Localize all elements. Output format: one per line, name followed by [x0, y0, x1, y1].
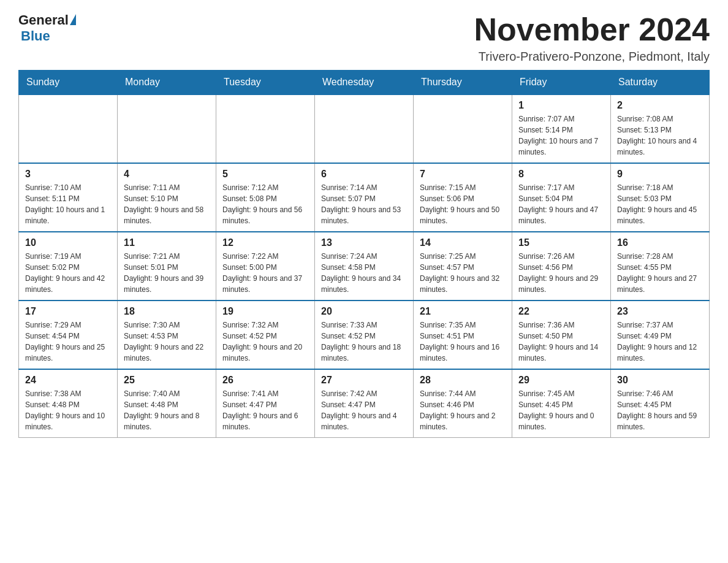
calendar-cell: 30Sunrise: 7:46 AMSunset: 4:45 PMDayligh… [611, 369, 710, 438]
day-info: Sunrise: 7:46 AMSunset: 4:45 PMDaylight:… [617, 388, 703, 432]
calendar-cell: 3Sunrise: 7:10 AMSunset: 5:11 PMDaylight… [19, 163, 118, 232]
day-number: 14 [420, 237, 506, 248]
weekday-header-sunday: Sunday [19, 71, 118, 95]
calendar-week-row: 17Sunrise: 7:29 AMSunset: 4:54 PMDayligh… [19, 301, 710, 369]
calendar-cell: 28Sunrise: 7:44 AMSunset: 4:46 PMDayligh… [414, 369, 512, 438]
day-info: Sunrise: 7:18 AMSunset: 5:03 PMDaylight:… [617, 182, 703, 226]
calendar-cell: 16Sunrise: 7:28 AMSunset: 4:55 PMDayligh… [611, 232, 710, 301]
calendar-cell: 2Sunrise: 7:08 AMSunset: 5:13 PMDaylight… [611, 94, 710, 163]
logo-general-text: General [18, 12, 69, 28]
day-number: 7 [420, 169, 506, 180]
calendar-cell: 27Sunrise: 7:42 AMSunset: 4:47 PMDayligh… [315, 369, 414, 438]
calendar-cell: 21Sunrise: 7:35 AMSunset: 4:51 PMDayligh… [414, 301, 512, 369]
calendar-cell: 12Sunrise: 7:22 AMSunset: 5:00 PMDayligh… [216, 232, 315, 301]
calendar-cell: 7Sunrise: 7:15 AMSunset: 5:06 PMDaylight… [414, 163, 512, 232]
day-number: 22 [518, 306, 604, 317]
day-info: Sunrise: 7:44 AMSunset: 4:46 PMDaylight:… [420, 388, 506, 432]
weekday-header-friday: Friday [512, 71, 611, 95]
day-info: Sunrise: 7:29 AMSunset: 4:54 PMDaylight:… [25, 320, 111, 364]
calendar-cell: 1Sunrise: 7:07 AMSunset: 5:14 PMDaylight… [512, 94, 611, 163]
logo-blue-text: Blue [21, 28, 50, 44]
day-info: Sunrise: 7:36 AMSunset: 4:50 PMDaylight:… [518, 320, 604, 364]
day-info: Sunrise: 7:42 AMSunset: 4:47 PMDaylight:… [321, 388, 407, 432]
day-number: 16 [617, 237, 703, 248]
day-info: Sunrise: 7:11 AMSunset: 5:10 PMDaylight:… [124, 182, 210, 226]
day-number: 2 [617, 100, 703, 111]
calendar-cell [414, 94, 512, 163]
calendar-cell [118, 94, 216, 163]
calendar-cell: 29Sunrise: 7:45 AMSunset: 4:45 PMDayligh… [512, 369, 611, 438]
calendar-cell: 19Sunrise: 7:32 AMSunset: 4:52 PMDayligh… [216, 301, 315, 369]
day-number: 12 [222, 237, 308, 248]
day-number: 15 [518, 237, 604, 248]
day-info: Sunrise: 7:19 AMSunset: 5:02 PMDaylight:… [25, 251, 111, 295]
day-info: Sunrise: 7:12 AMSunset: 5:08 PMDaylight:… [222, 182, 308, 226]
calendar-cell: 25Sunrise: 7:40 AMSunset: 4:48 PMDayligh… [118, 369, 216, 438]
day-number: 26 [222, 375, 308, 386]
day-number: 8 [518, 169, 604, 180]
calendar-cell: 9Sunrise: 7:18 AMSunset: 5:03 PMDaylight… [611, 163, 710, 232]
weekday-header-thursday: Thursday [414, 71, 512, 95]
calendar-cell [216, 94, 315, 163]
day-number: 3 [25, 169, 111, 180]
day-info: Sunrise: 7:15 AMSunset: 5:06 PMDaylight:… [420, 182, 506, 226]
day-info: Sunrise: 7:14 AMSunset: 5:07 PMDaylight:… [321, 182, 407, 226]
header: General Blue November 2024 Trivero-Prati… [18, 12, 710, 64]
calendar-cell: 22Sunrise: 7:36 AMSunset: 4:50 PMDayligh… [512, 301, 611, 369]
day-info: Sunrise: 7:45 AMSunset: 4:45 PMDaylight:… [518, 388, 604, 432]
weekday-header-monday: Monday [118, 71, 216, 95]
calendar-cell: 15Sunrise: 7:26 AMSunset: 4:56 PMDayligh… [512, 232, 611, 301]
day-number: 10 [25, 237, 111, 248]
day-info: Sunrise: 7:17 AMSunset: 5:04 PMDaylight:… [518, 182, 604, 226]
day-number: 4 [124, 169, 210, 180]
day-info: Sunrise: 7:26 AMSunset: 4:56 PMDaylight:… [518, 251, 604, 295]
day-info: Sunrise: 7:37 AMSunset: 4:49 PMDaylight:… [617, 320, 703, 364]
day-info: Sunrise: 7:24 AMSunset: 4:58 PMDaylight:… [321, 251, 407, 295]
day-number: 24 [25, 375, 111, 386]
calendar-week-row: 24Sunrise: 7:38 AMSunset: 4:48 PMDayligh… [19, 369, 710, 438]
location-subtitle: Trivero-Prativero-Ponzone, Piedmont, Ita… [474, 50, 710, 64]
day-info: Sunrise: 7:28 AMSunset: 4:55 PMDaylight:… [617, 251, 703, 295]
day-info: Sunrise: 7:21 AMSunset: 5:01 PMDaylight:… [124, 251, 210, 295]
day-info: Sunrise: 7:32 AMSunset: 4:52 PMDaylight:… [222, 320, 308, 364]
day-number: 18 [124, 306, 210, 317]
calendar-cell: 20Sunrise: 7:33 AMSunset: 4:52 PMDayligh… [315, 301, 414, 369]
calendar-cell: 4Sunrise: 7:11 AMSunset: 5:10 PMDaylight… [118, 163, 216, 232]
weekday-header-tuesday: Tuesday [216, 71, 315, 95]
calendar-week-row: 1Sunrise: 7:07 AMSunset: 5:14 PMDaylight… [19, 94, 710, 163]
day-number: 29 [518, 375, 604, 386]
calendar-cell: 18Sunrise: 7:30 AMSunset: 4:53 PMDayligh… [118, 301, 216, 369]
calendar-cell: 13Sunrise: 7:24 AMSunset: 4:58 PMDayligh… [315, 232, 414, 301]
title-area: November 2024 Trivero-Prativero-Ponzone,… [474, 12, 710, 64]
weekday-header-row: SundayMondayTuesdayWednesdayThursdayFrid… [19, 71, 710, 95]
calendar-week-row: 10Sunrise: 7:19 AMSunset: 5:02 PMDayligh… [19, 232, 710, 301]
day-number: 9 [617, 169, 703, 180]
day-info: Sunrise: 7:41 AMSunset: 4:47 PMDaylight:… [222, 388, 308, 432]
day-number: 5 [222, 169, 308, 180]
day-number: 20 [321, 306, 407, 317]
day-info: Sunrise: 7:35 AMSunset: 4:51 PMDaylight:… [420, 320, 506, 364]
day-number: 30 [617, 375, 703, 386]
calendar-week-row: 3Sunrise: 7:10 AMSunset: 5:11 PMDaylight… [19, 163, 710, 232]
day-info: Sunrise: 7:07 AMSunset: 5:14 PMDaylight:… [518, 113, 604, 158]
calendar-cell [315, 94, 414, 163]
day-number: 13 [321, 237, 407, 248]
weekday-header-wednesday: Wednesday [315, 71, 414, 95]
calendar-cell: 11Sunrise: 7:21 AMSunset: 5:01 PMDayligh… [118, 232, 216, 301]
calendar-cell [19, 94, 118, 163]
day-info: Sunrise: 7:08 AMSunset: 5:13 PMDaylight:… [617, 113, 703, 158]
calendar-cell: 17Sunrise: 7:29 AMSunset: 4:54 PMDayligh… [19, 301, 118, 369]
day-number: 19 [222, 306, 308, 317]
day-number: 11 [124, 237, 210, 248]
calendar-cell: 8Sunrise: 7:17 AMSunset: 5:04 PMDaylight… [512, 163, 611, 232]
calendar-cell: 26Sunrise: 7:41 AMSunset: 4:47 PMDayligh… [216, 369, 315, 438]
calendar-cell: 23Sunrise: 7:37 AMSunset: 4:49 PMDayligh… [611, 301, 710, 369]
day-number: 23 [617, 306, 703, 317]
day-info: Sunrise: 7:22 AMSunset: 5:00 PMDaylight:… [222, 251, 308, 295]
day-number: 6 [321, 169, 407, 180]
calendar-cell: 24Sunrise: 7:38 AMSunset: 4:48 PMDayligh… [19, 369, 118, 438]
logo-triangle-icon [70, 14, 76, 25]
day-info: Sunrise: 7:38 AMSunset: 4:48 PMDaylight:… [25, 388, 111, 432]
calendar-cell: 5Sunrise: 7:12 AMSunset: 5:08 PMDaylight… [216, 163, 315, 232]
calendar-cell: 10Sunrise: 7:19 AMSunset: 5:02 PMDayligh… [19, 232, 118, 301]
